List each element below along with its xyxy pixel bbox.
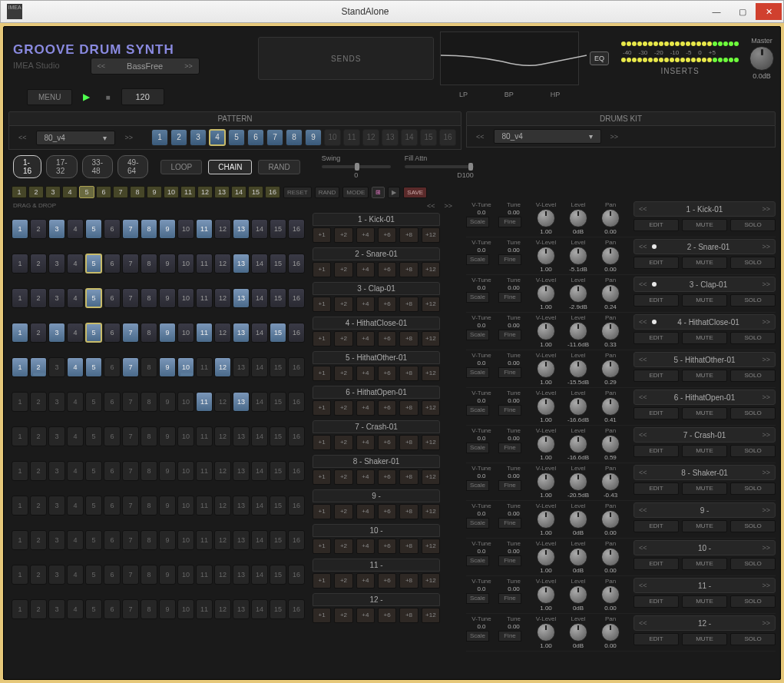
step-5[interactable]: 5 — [85, 426, 102, 446]
step-6[interactable]: 6 — [104, 599, 121, 619]
bank-12[interactable]: 12 — [197, 186, 213, 198]
step-13[interactable]: 13 — [233, 496, 250, 516]
grid-icon[interactable]: ⊞ — [372, 187, 385, 198]
step-8[interactable]: 8 — [141, 496, 157, 516]
step-5[interactable]: 5 — [85, 565, 102, 585]
step-6[interactable]: 6 — [104, 254, 121, 274]
step-8[interactable]: 8 — [141, 530, 157, 550]
kit-sample-selector[interactable]: <<4 - HithatClose-01>> — [633, 314, 776, 330]
velocity-+8[interactable]: +8 — [399, 331, 418, 346]
pan-knob[interactable] — [601, 585, 620, 604]
level-knob[interactable] — [569, 209, 587, 227]
level-knob[interactable] — [569, 510, 587, 529]
loop-button[interactable]: LOOP — [160, 160, 202, 174]
solo-button[interactable]: SOLO — [730, 482, 776, 495]
step-11[interactable]: 11 — [196, 392, 213, 412]
vlevel-knob[interactable] — [537, 510, 555, 529]
step-4[interactable]: 4 — [67, 461, 84, 481]
solo-button[interactable]: SOLO — [730, 370, 776, 382]
step-15[interactable]: 15 — [270, 357, 286, 377]
rand-button[interactable]: RAND — [258, 160, 299, 174]
step-10[interactable]: 10 — [177, 426, 194, 446]
velocity-+1[interactable]: +1 — [313, 227, 331, 243]
velocity-+8[interactable]: +8 — [399, 227, 418, 243]
solo-button[interactable]: SOLO — [730, 520, 776, 532]
velocity-+4[interactable]: +4 — [356, 331, 375, 346]
velocity-+2[interactable]: +2 — [334, 366, 352, 381]
step-11[interactable]: 11 — [196, 461, 213, 481]
fill-attn-control[interactable]: Fill Attn D100 — [405, 154, 474, 179]
step-16[interactable]: 16 — [288, 288, 305, 308]
step-12[interactable]: 12 — [214, 323, 231, 343]
step-7[interactable]: 7 — [122, 461, 139, 481]
mute-button[interactable]: MUTE — [682, 595, 727, 608]
kit-sample-selector[interactable]: <<5 - HithatOther-01>> — [633, 352, 776, 367]
step-12[interactable]: 12 — [214, 565, 231, 585]
vlevel-knob[interactable] — [537, 397, 555, 416]
step-15[interactable]: 15 — [270, 254, 286, 274]
step-8[interactable]: 8 — [141, 565, 157, 585]
bank-6[interactable]: 6 — [96, 186, 111, 198]
velocity-+2[interactable]: +2 — [334, 504, 352, 519]
step-5[interactable]: 5 — [85, 357, 102, 377]
sample-next-icon[interactable]: >> — [757, 393, 775, 401]
velocity-+6[interactable]: +6 — [378, 539, 396, 554]
step-15[interactable]: 15 — [270, 496, 286, 516]
step-5[interactable]: 5 — [85, 461, 102, 481]
step-3[interactable]: 3 — [48, 323, 65, 343]
velocity-+1[interactable]: +1 — [313, 400, 331, 416]
solo-button[interactable]: SOLO — [730, 407, 776, 419]
step-9[interactable]: 9 — [159, 392, 176, 412]
velocity-+8[interactable]: +8 — [399, 608, 418, 623]
velocity-+2[interactable]: +2 — [334, 469, 352, 485]
mute-button[interactable]: MUTE — [682, 482, 727, 495]
step-15[interactable]: 15 — [270, 288, 286, 308]
step-4[interactable]: 4 — [67, 565, 84, 585]
step-11[interactable]: 11 — [196, 288, 213, 308]
step-4[interactable]: 4 — [67, 254, 84, 274]
sample-next-icon[interactable]: >> — [757, 582, 775, 589]
kit-sample-selector[interactable]: <<6 - HithatOpen-01>> — [633, 390, 776, 405]
vlevel-knob[interactable] — [537, 209, 555, 227]
velocity-+6[interactable]: +6 — [378, 400, 396, 416]
mute-button[interactable]: MUTE — [682, 219, 727, 231]
step-2[interactable]: 2 — [30, 288, 47, 308]
eq-toggle-button[interactable]: EQ — [590, 51, 609, 65]
sample-prev-icon[interactable]: << — [634, 506, 652, 514]
pattern-name-dropdown[interactable]: 80_v4▾ — [36, 131, 116, 145]
step-5[interactable]: 5 — [85, 219, 102, 239]
step-8[interactable]: 8 — [141, 392, 157, 412]
pan-knob[interactable] — [601, 247, 620, 265]
step-16[interactable]: 16 — [288, 392, 305, 412]
fine-button[interactable]: Fine — [498, 631, 521, 642]
step-14[interactable]: 14 — [251, 219, 268, 239]
step-11[interactable]: 11 — [196, 565, 213, 585]
step-1[interactable]: 1 — [12, 254, 28, 274]
step-5[interactable]: 5 — [85, 530, 102, 550]
step-4[interactable]: 4 — [67, 392, 84, 412]
step-5[interactable]: 5 — [85, 254, 102, 274]
velocity-+1[interactable]: +1 — [313, 539, 331, 554]
step-9[interactable]: 9 — [159, 565, 176, 585]
velocity-+4[interactable]: +4 — [356, 469, 375, 485]
step-10[interactable]: 10 — [177, 565, 194, 585]
step-6[interactable]: 6 — [104, 219, 121, 239]
rand-button[interactable]: RAND — [315, 187, 340, 198]
edit-button[interactable]: EDIT — [633, 520, 679, 532]
kit-sample-selector[interactable]: <<10 ->> — [633, 540, 776, 555]
fine-button[interactable]: Fine — [498, 480, 521, 491]
sample-prev-icon[interactable]: << — [634, 582, 652, 589]
step-6[interactable]: 6 — [104, 461, 121, 481]
step-14[interactable]: 14 — [251, 357, 268, 377]
master-knob[interactable] — [749, 46, 774, 71]
velocity-+4[interactable]: +4 — [356, 297, 375, 312]
level-knob[interactable] — [569, 472, 587, 491]
pattern-slot-6[interactable]: 6 — [247, 129, 264, 146]
step-9[interactable]: 9 — [159, 496, 176, 516]
sample-prev-icon[interactable]: << — [634, 243, 652, 250]
edit-button[interactable]: EDIT — [633, 332, 679, 344]
preset-prev-icon[interactable]: << — [91, 62, 112, 70]
solo-button[interactable]: SOLO — [730, 633, 776, 645]
velocity-+2[interactable]: +2 — [334, 573, 352, 589]
fine-button[interactable]: Fine — [498, 330, 521, 340]
